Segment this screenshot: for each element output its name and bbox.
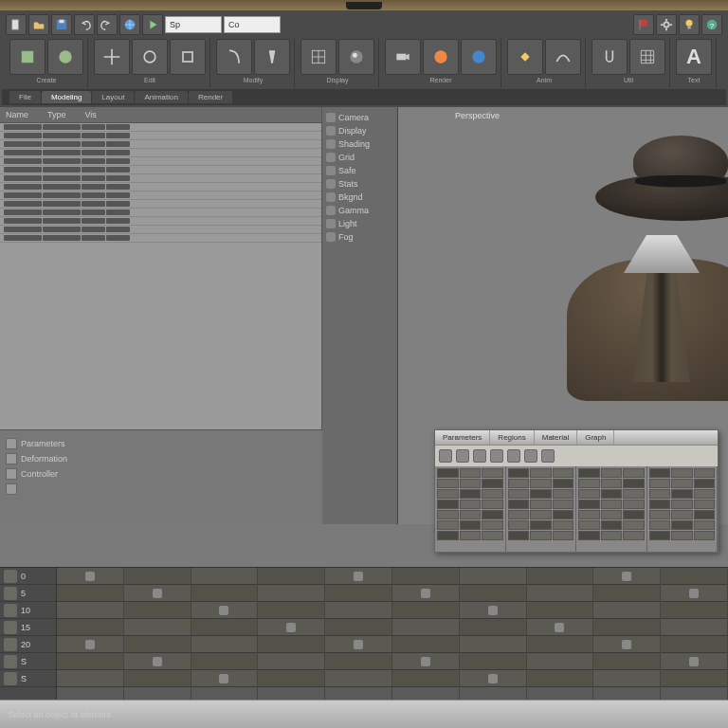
grid-cell[interactable] bbox=[553, 468, 574, 478]
grid-cell[interactable] bbox=[671, 520, 693, 530]
timeline-cell[interactable] bbox=[191, 653, 258, 670]
timeline-cell[interactable] bbox=[593, 585, 660, 602]
grid-cell[interactable] bbox=[601, 531, 623, 540]
grid-tool[interactable] bbox=[629, 39, 665, 75]
redo-button[interactable] bbox=[97, 14, 118, 35]
list-item[interactable] bbox=[0, 217, 321, 226]
timeline-cell[interactable] bbox=[593, 670, 660, 687]
prop-row[interactable]: Light bbox=[326, 217, 393, 230]
grid-cell[interactable] bbox=[553, 531, 574, 540]
timeline-cell[interactable] bbox=[392, 602, 459, 619]
open-button[interactable] bbox=[28, 14, 49, 35]
timeline-cell[interactable] bbox=[57, 585, 123, 602]
float-copy-button[interactable] bbox=[507, 449, 520, 463]
grid-cell[interactable] bbox=[671, 500, 693, 509]
timeline-cell[interactable] bbox=[57, 636, 123, 653]
timeline-cell[interactable] bbox=[191, 568, 258, 585]
timeline-cell[interactable] bbox=[124, 568, 191, 585]
tab-render[interactable]: Render bbox=[189, 91, 232, 103]
grid-cell[interactable] bbox=[460, 520, 482, 530]
snap-tool[interactable] bbox=[592, 39, 628, 75]
grid-cell[interactable] bbox=[437, 510, 459, 519]
timeline-cell[interactable] bbox=[258, 568, 324, 585]
list-item[interactable] bbox=[0, 209, 321, 217]
grid-cell[interactable] bbox=[482, 500, 503, 509]
grid-cell[interactable] bbox=[578, 510, 600, 519]
grid-cell[interactable] bbox=[649, 500, 671, 509]
grid-cell[interactable] bbox=[530, 510, 552, 519]
list-item[interactable] bbox=[0, 123, 321, 132]
timeline-cell[interactable] bbox=[392, 585, 459, 602]
grid-cell[interactable] bbox=[437, 468, 459, 478]
floating-panel[interactable]: Parameters Regions Material Graph bbox=[434, 429, 719, 553]
prop-row[interactable]: Shading bbox=[326, 137, 393, 151]
timeline-cell[interactable] bbox=[57, 568, 123, 585]
grid-cell[interactable] bbox=[671, 531, 693, 540]
timeline-cell[interactable] bbox=[258, 602, 324, 619]
key-tool[interactable] bbox=[507, 39, 543, 75]
keyframe-icon[interactable] bbox=[85, 640, 95, 649]
prop-row[interactable]: Display bbox=[326, 124, 393, 137]
timeline-cell[interactable] bbox=[57, 602, 123, 619]
timeline-cell[interactable] bbox=[460, 670, 526, 687]
grid-cell[interactable] bbox=[578, 468, 600, 478]
timeline-cell[interactable] bbox=[661, 670, 727, 687]
grid-cell[interactable] bbox=[437, 500, 459, 509]
tab-file[interactable]: File bbox=[9, 91, 41, 103]
grid-cell[interactable] bbox=[578, 531, 600, 540]
grid-cell[interactable] bbox=[649, 510, 671, 519]
timeline-cell[interactable] bbox=[258, 636, 324, 653]
grid-cell[interactable] bbox=[482, 510, 503, 519]
timeline-cell[interactable] bbox=[593, 568, 660, 585]
grid-cell[interactable] bbox=[578, 520, 600, 530]
timeline-cell[interactable] bbox=[460, 636, 526, 653]
grid-cell[interactable] bbox=[482, 531, 503, 540]
scale-tool[interactable] bbox=[170, 39, 206, 75]
timeline-cell[interactable] bbox=[124, 670, 191, 687]
float-up-button[interactable] bbox=[473, 449, 486, 463]
sphere-tool[interactable] bbox=[47, 39, 83, 75]
timeline-cell[interactable] bbox=[593, 653, 660, 670]
keyframe-icon[interactable] bbox=[622, 572, 631, 581]
timeline-cell[interactable] bbox=[325, 670, 391, 687]
param-row[interactable]: Parameters bbox=[6, 436, 317, 451]
grid-cell[interactable] bbox=[437, 520, 459, 530]
grid-cell[interactable] bbox=[601, 479, 623, 488]
timeline-cell[interactable] bbox=[661, 619, 727, 636]
timeline-cell[interactable] bbox=[460, 653, 526, 670]
keyframe-icon[interactable] bbox=[421, 589, 430, 598]
timeline-cell[interactable] bbox=[57, 619, 123, 636]
keyframe-icon[interactable] bbox=[286, 623, 296, 632]
grid-cell[interactable] bbox=[649, 468, 671, 478]
grid-cell[interactable] bbox=[694, 489, 716, 499]
timeline-cell[interactable] bbox=[325, 568, 391, 585]
move-tool[interactable] bbox=[94, 39, 130, 75]
rotate-tool[interactable] bbox=[132, 39, 168, 75]
timeline-cell[interactable] bbox=[661, 602, 727, 619]
help-icon[interactable]: ? bbox=[701, 14, 722, 35]
timeline-cell[interactable] bbox=[191, 585, 258, 602]
param-row[interactable]: Deformation bbox=[6, 451, 317, 466]
grid-cell[interactable] bbox=[437, 479, 459, 488]
timeline-cell[interactable] bbox=[191, 602, 258, 619]
list-item[interactable] bbox=[0, 132, 321, 140]
grid-cell[interactable] bbox=[623, 468, 645, 478]
timeline-cell[interactable] bbox=[460, 619, 526, 636]
float-tab-material[interactable]: Material bbox=[535, 430, 577, 445]
grid-cell[interactable] bbox=[553, 479, 574, 488]
timeline-cell[interactable] bbox=[124, 636, 191, 653]
timeline-cell[interactable] bbox=[325, 653, 391, 670]
timeline-cell[interactable] bbox=[124, 585, 191, 602]
timeline-cell[interactable] bbox=[527, 670, 593, 687]
grid-cell[interactable] bbox=[578, 500, 600, 509]
box-tool[interactable] bbox=[9, 39, 46, 75]
prop-row[interactable]: Stats bbox=[326, 177, 393, 191]
float-grid[interactable] bbox=[435, 466, 718, 552]
timeline-cell[interactable] bbox=[325, 585, 391, 602]
list-item[interactable] bbox=[0, 166, 321, 174]
grid-cell[interactable] bbox=[601, 510, 623, 519]
timeline-cell[interactable] bbox=[661, 568, 727, 585]
globe-icon[interactable] bbox=[119, 14, 140, 35]
grid-cell[interactable] bbox=[649, 520, 671, 530]
camera-tool[interactable] bbox=[385, 39, 421, 75]
